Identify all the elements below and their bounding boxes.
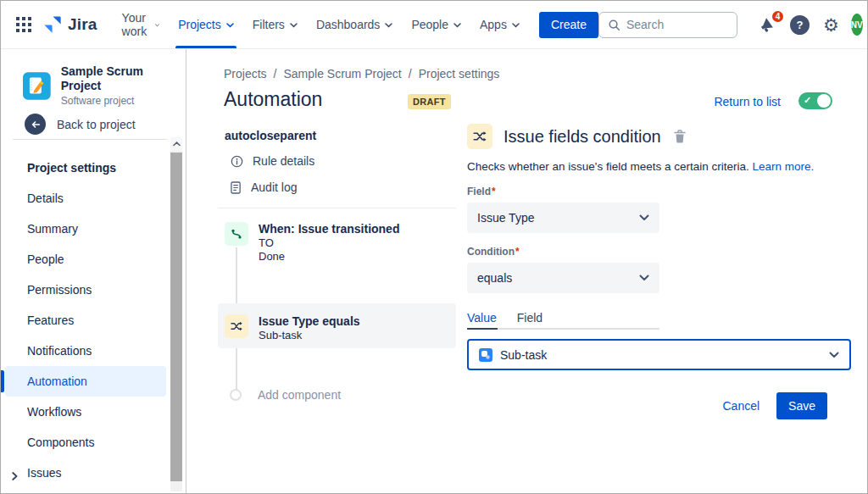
value-select[interactable]: Sub-task xyxy=(467,339,851,370)
project-header-text: Sample Scrum Project Software project xyxy=(61,64,186,107)
field-select[interactable]: Issue Type xyxy=(467,203,659,233)
help-button[interactable]: ? xyxy=(790,15,810,35)
add-component-button[interactable]: Add component xyxy=(230,388,341,402)
nav-item-people[interactable]: People xyxy=(402,1,470,48)
audit-log-link[interactable]: Audit log xyxy=(231,180,297,194)
draft-status-badge: DRAFT xyxy=(408,94,451,109)
audit-log-label: Audit log xyxy=(251,180,297,194)
rule-details-label: Rule details xyxy=(253,154,314,168)
app-switcher-icon[interactable] xyxy=(16,15,31,34)
user-avatar[interactable]: NV xyxy=(851,14,863,36)
nav-item-dashboards[interactable]: Dashboards xyxy=(307,1,403,48)
rule-details-link[interactable]: Rule details xyxy=(231,154,314,168)
notification-count-badge: 4 xyxy=(771,9,785,24)
subtask-type-icon xyxy=(479,348,492,362)
back-to-project[interactable]: Back to project xyxy=(25,114,136,135)
search-icon xyxy=(608,19,620,31)
field-label-text: Field xyxy=(467,186,491,197)
sidebar-item-summary[interactable]: Summary xyxy=(1,214,166,244)
sidebar-item-components[interactable]: Components xyxy=(1,427,166,458)
settings-button[interactable]: ⚙ xyxy=(823,16,839,34)
jira-window: Jira Your work Projects Filters Dashboar… xyxy=(0,0,868,494)
jira-logo-icon xyxy=(43,15,62,34)
tab-field[interactable]: Field xyxy=(517,311,542,330)
breadcrumb-project-settings[interactable]: Project settings xyxy=(419,67,500,80)
trigger-step-text: When: Issue transitioned TO Done xyxy=(259,222,399,264)
info-icon xyxy=(231,155,243,168)
sidebar-divider xyxy=(13,139,167,140)
breadcrumb: Projects / Sample Scrum Project / Projec… xyxy=(224,67,499,80)
sidebar-item-workflows[interactable]: Workflows xyxy=(1,397,166,427)
sidebar-item-label: Components xyxy=(27,436,94,449)
sidebar-item-features[interactable]: Features xyxy=(1,305,166,336)
trash-icon xyxy=(674,130,686,143)
sidebar-item-label: Workflows xyxy=(27,405,81,419)
chevron-down-icon xyxy=(829,352,839,358)
add-component-circle-icon xyxy=(230,389,242,401)
breadcrumb-separator: / xyxy=(409,67,412,80)
scrollbar-thumb[interactable] xyxy=(170,153,182,481)
condition-icon xyxy=(225,314,248,338)
sidebar-item-label: Summary xyxy=(27,222,78,236)
nav-item-your-work[interactable]: Your work xyxy=(113,1,170,48)
sidebar-item-issues[interactable]: Issues xyxy=(1,458,166,488)
sidebar-item-label: Permissions xyxy=(27,283,92,297)
cancel-button[interactable]: Cancel xyxy=(722,399,760,413)
condition-label: Condition* xyxy=(467,246,853,258)
trigger-step-status: Done xyxy=(259,250,399,264)
condition-icon xyxy=(467,124,492,149)
project-avatar-icon xyxy=(23,72,51,100)
rule-panel-divider xyxy=(218,208,456,208)
main-content: Projects / Sample Scrum Project / Projec… xyxy=(187,49,867,493)
project-sidebar: Sample Scrum Project Software project Ba… xyxy=(1,49,186,493)
condition-label-text: Condition xyxy=(467,246,515,258)
chevron-down-icon xyxy=(453,23,461,28)
notifications-button[interactable]: 4 xyxy=(758,15,776,34)
top-navigation-bar: Jira Your work Projects Filters Dashboar… xyxy=(1,1,867,49)
detail-actions: Cancel Save xyxy=(467,392,853,419)
condition-select[interactable]: equals xyxy=(467,263,659,293)
search-input[interactable] xyxy=(626,18,728,31)
nav-label: Projects xyxy=(178,18,221,31)
gear-icon: ⚙ xyxy=(823,16,839,34)
project-header: Sample Scrum Project Software project xyxy=(23,64,186,107)
delete-component-button[interactable] xyxy=(674,130,686,143)
nav-label: People xyxy=(411,18,448,31)
condition-detail-panel: Issue fields condition Checks whether an… xyxy=(467,124,853,419)
breadcrumb-project[interactable]: Sample Scrum Project xyxy=(283,67,401,80)
back-to-project-label: Back to project xyxy=(57,118,136,131)
sidebar-scrollbar[interactable] xyxy=(170,137,182,491)
sidebar-item-details[interactable]: Details xyxy=(1,183,166,214)
nav-label: Dashboards xyxy=(316,18,381,31)
rule-name: autocloseparent xyxy=(225,129,316,142)
nav-label: Apps xyxy=(480,18,507,31)
save-button[interactable]: Save xyxy=(776,392,827,419)
nav-item-filters[interactable]: Filters xyxy=(243,1,307,48)
sidebar-item-people[interactable]: People xyxy=(1,244,166,275)
chevron-down-icon xyxy=(639,275,649,281)
chevron-down-icon xyxy=(226,23,234,28)
nav-item-apps[interactable]: Apps xyxy=(470,1,529,48)
jira-logo[interactable]: Jira xyxy=(43,15,97,34)
tab-value[interactable]: Value xyxy=(467,311,497,330)
return-to-list-link[interactable]: Return to list xyxy=(714,95,781,108)
nav-label: Filters xyxy=(253,18,285,31)
rule-enabled-toggle[interactable]: ✓ xyxy=(798,92,832,109)
trigger-step[interactable]: When: Issue transitioned TO Done xyxy=(218,222,456,264)
breadcrumb-projects[interactable]: Projects xyxy=(224,67,267,80)
scrollbar-up-arrow-icon[interactable] xyxy=(170,137,182,151)
sidebar-item-permissions[interactable]: Permissions xyxy=(1,275,166,305)
detail-description: Checks whether an issue's field meets a … xyxy=(467,160,853,173)
nav-label: Your work xyxy=(122,11,151,38)
project-name: Sample Scrum Project xyxy=(61,64,186,93)
create-button[interactable]: Create xyxy=(539,12,598,38)
sidebar-item-automation[interactable]: Automation xyxy=(5,366,166,397)
project-type: Software project xyxy=(61,95,186,107)
condition-step-selected[interactable]: Issue Type equals Sub-task xyxy=(218,303,456,348)
nav-item-projects[interactable]: Projects xyxy=(169,1,243,48)
chevron-down-icon xyxy=(155,23,159,28)
search-box[interactable] xyxy=(598,12,737,38)
learn-more-link[interactable]: Learn more. xyxy=(753,160,815,173)
sidebar-item-notifications[interactable]: Notifications xyxy=(1,336,166,366)
required-marker: * xyxy=(492,186,496,197)
